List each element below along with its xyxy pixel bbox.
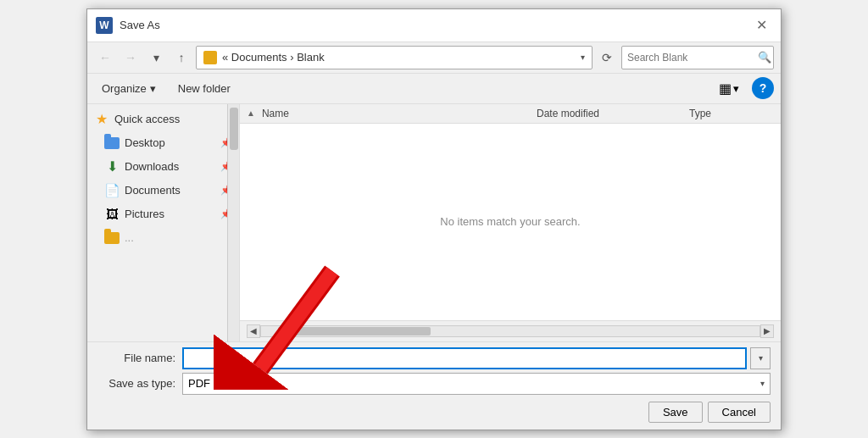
pictures-icon: 🖼 [104,207,120,222]
filename-input-wrapper: ▾ [182,347,771,369]
sidebar-item-quickaccess[interactable]: ★ Quick access [87,108,239,131]
scroll-left-button[interactable]: ◀ [247,324,260,338]
sidebar-label-documents: Documents [125,184,215,197]
sidebar-label-desktop: Desktop [125,136,215,149]
file-list-empty: No items match your search. [240,124,781,320]
sidebar-item-other[interactable]: ... [87,226,239,250]
save-button[interactable]: Save [648,402,703,423]
sidebar-item-pictures[interactable]: 🖼 Pictures 📌 [87,202,239,226]
back-button[interactable]: ← [94,47,116,69]
sidebar-label-pictures: Pictures [125,208,215,220]
search-box[interactable]: 🔍 [621,46,774,69]
dialog-title: Save As [120,19,160,31]
sidebar-label-other: ... [125,231,232,244]
organize-button[interactable]: Organize ▾ [94,79,164,98]
sidebar-label-quickaccess: Quick access [114,113,232,125]
close-button[interactable]: ✕ [750,14,772,36]
view-button[interactable]: ▦ ▾ [713,77,745,100]
button-row: Save Cancel [97,398,771,424]
address-text: « Documents › Blank [222,51,576,64]
title-bar: W Save As ✕ [87,9,781,42]
filename-field-container [182,347,747,369]
address-bar[interactable]: « Documents › Blank ▾ [196,46,593,69]
sidebar-item-desktop[interactable]: Desktop 📌 [87,131,239,155]
sidebar-item-downloads[interactable]: ⬇ Downloads 📌 [87,155,239,179]
savetype-input-wrapper: PDF ▾ [182,373,771,395]
help-button[interactable]: ? [752,77,774,99]
nav-bar: ← → ▾ ↑ « Documents › Blank ▾ ⟳ 🔍 [87,42,781,74]
sidebar-item-documents[interactable]: 📄 Documents 📌 [87,179,239,202]
savetype-dropdown[interactable]: PDF ▾ [182,373,771,395]
save-as-dialog: W Save As ✕ ← → ▾ ↑ « Documents › Blank … [86,8,782,430]
sidebar: ★ Quick access Desktop 📌 ⬇ Downloads [87,104,240,341]
column-date-modified[interactable]: Date modified [537,108,689,119]
scroll-right-button[interactable]: ▶ [760,324,774,338]
star-icon: ★ [94,112,109,127]
bottom-form: File name: ▾ Save as type: PDF ▾ [87,341,781,430]
forward-button[interactable]: → [120,47,142,69]
filename-input[interactable] [182,347,747,369]
up-button[interactable]: ↑ [170,47,192,69]
nav-dropdown-button[interactable]: ▾ [145,47,167,69]
sidebar-label-downloads: Downloads [125,160,215,173]
main-content: ★ Quick access Desktop 📌 ⬇ Downloads [87,104,781,341]
file-list-header: ▲ Name Date modified Type [240,104,781,124]
title-bar-left: W Save As [96,17,160,34]
folder-blue-icon [104,136,120,151]
folder-yellow-icon [104,230,120,246]
filename-label: File name: [97,352,182,364]
new-folder-button[interactable]: New folder [170,79,238,98]
sidebar-scroll-thumb [230,108,238,150]
savetype-row: Save as type: PDF ▾ [97,373,771,395]
sort-arrow-icon: ▲ [247,108,255,118]
address-folder-icon [203,51,217,64]
horizontal-scroll-area: ◀ ▶ [240,320,781,341]
download-icon: ⬇ [104,159,120,175]
search-input[interactable] [627,52,754,64]
filename-dropdown-button[interactable]: ▾ [750,347,771,369]
file-list: ▲ Name Date modified Type No items match… [240,104,781,341]
sidebar-scrollbar[interactable] [227,104,239,341]
toolbar: Organize ▾ New folder ▦ ▾ ? [87,74,781,104]
column-type[interactable]: Type [689,108,774,119]
cancel-button[interactable]: Cancel [708,402,771,423]
column-name[interactable]: Name [262,108,537,119]
savetype-chevron-icon: ▾ [760,379,765,388]
filename-row: File name: ▾ [97,347,771,369]
documents-icon: 📄 [104,183,120,198]
search-icon: 🔍 [758,51,771,64]
word-icon: W [96,17,113,34]
refresh-button[interactable]: ⟳ [596,47,618,69]
horizontal-scrollbar[interactable] [260,325,760,337]
horizontal-scroll-thumb [278,327,431,335]
savetype-label: Save as type: [97,377,182,390]
address-chevron-icon: ▾ [581,53,585,62]
